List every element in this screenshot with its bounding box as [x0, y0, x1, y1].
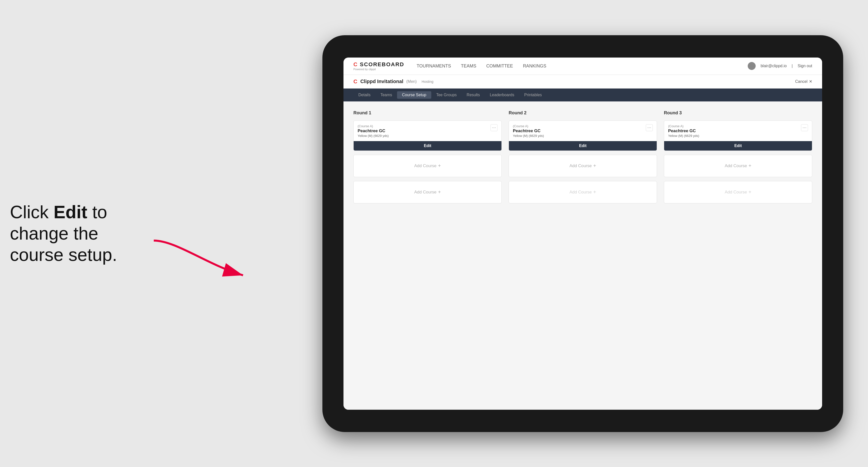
round-1-add-icon-2: +	[438, 189, 441, 195]
round-2-course-name: Peachtree GC	[513, 128, 544, 133]
round-1-course-info: (Course A) Peachtree GC Yellow (M) (6629…	[358, 124, 389, 138]
arrow-container	[139, 236, 250, 285]
round-2-course-card: (Course A) Peachtree GC Yellow (M) (6629…	[509, 121, 657, 151]
tab-results[interactable]: Results	[462, 91, 485, 99]
round-1-edit-button[interactable]: Edit	[354, 141, 501, 151]
round-3-course-detail: Yellow (M) (6629 yds)	[668, 134, 699, 138]
round-3-add-course-1-label: Add Course	[725, 163, 747, 168]
logo-c-letter: C	[353, 61, 358, 67]
round-3-add-icon-2: +	[748, 189, 751, 195]
round-3-course-name: Peachtree GC	[668, 128, 699, 133]
round-1-course-name: Peachtree GC	[358, 128, 389, 133]
round-3-edit-button[interactable]: Edit	[664, 141, 812, 151]
cancel-button[interactable]: Cancel ✕	[795, 79, 812, 84]
round-2-add-course-1-label: Add Course	[569, 163, 592, 168]
round-2-card-header: (Course A) Peachtree GC Yellow (M) (6629…	[509, 121, 657, 141]
tab-teams[interactable]: Teams	[375, 91, 397, 99]
round-1-add-course-1[interactable]: Add Course +	[353, 155, 502, 177]
separator: |	[792, 64, 793, 68]
top-nav-right: blair@clippd.io | Sign out	[748, 62, 812, 70]
round-2-course-label: (Course A)	[513, 124, 544, 128]
top-nav: C SCOREBOARD Powered by clippd TOURNAMEN…	[343, 58, 822, 75]
cancel-x-icon: ✕	[809, 79, 812, 84]
round-2-add-course-2-label: Add Course	[569, 190, 592, 195]
tab-details[interactable]: Details	[353, 91, 375, 99]
nav-rankings[interactable]: RANKINGS	[523, 62, 546, 70]
app-logo: C SCOREBOARD	[353, 61, 404, 68]
round-1-title: Round 1	[353, 111, 502, 116]
round-1-add-course-2[interactable]: Add Course +	[353, 181, 502, 204]
user-avatar	[748, 62, 756, 70]
round-2-column: Round 2 (Course A) Peachtree GC Yellow (…	[509, 111, 657, 204]
sub-header: C Clippd Invitational (Men) Hosting Canc…	[343, 75, 822, 89]
tab-bar: Details Teams Course Setup Tee Groups Re…	[343, 89, 822, 101]
sub-header-left: C Clippd Invitational (Men) Hosting	[353, 79, 433, 85]
round-2-edit-button[interactable]: Edit	[509, 141, 657, 151]
round-1-add-icon-1: +	[438, 163, 441, 169]
cancel-label: Cancel	[795, 80, 807, 84]
round-1-card-menu-icon[interactable]: ⋯	[491, 124, 497, 131]
top-nav-links: TOURNAMENTS TEAMS COMMITTEE RANKINGS	[416, 62, 748, 70]
rounds-container: Round 1 (Course A) Peachtree GC Yellow (…	[353, 111, 812, 204]
logo-text: SCOREBOARD	[360, 61, 404, 67]
round-3-add-icon-1: +	[748, 163, 751, 169]
tab-tee-groups[interactable]: Tee Groups	[431, 91, 462, 99]
round-3-card-header: (Course A) Peachtree GC Yellow (M) (6629…	[664, 121, 812, 141]
round-2-card-menu-icon[interactable]: ⋯	[646, 124, 653, 131]
round-3-title: Round 3	[664, 111, 812, 116]
hosting-badge: Hosting	[422, 80, 433, 84]
nav-teams[interactable]: TEAMS	[461, 62, 476, 70]
logo-area: C SCOREBOARD Powered by clippd	[353, 61, 404, 71]
round-3-card-menu-icon[interactable]: ⋯	[801, 124, 808, 131]
sign-out-link[interactable]: Sign out	[798, 64, 812, 68]
round-2-course-detail: Yellow (M) (6629 yds)	[513, 134, 544, 138]
user-email: blair@clippd.io	[761, 64, 787, 68]
round-3-add-course-2-label: Add Course	[725, 190, 747, 195]
round-1-card-header: (Course A) Peachtree GC Yellow (M) (6629…	[354, 121, 501, 141]
tournament-name: Clippd Invitational	[360, 79, 403, 84]
tablet-screen: C SCOREBOARD Powered by clippd TOURNAMEN…	[343, 58, 822, 410]
nav-tournaments[interactable]: TOURNAMENTS	[416, 62, 451, 70]
instruction-bold: Edit	[54, 202, 87, 222]
tab-course-setup[interactable]: Course Setup	[397, 91, 431, 99]
round-2-add-icon-1: +	[593, 163, 596, 169]
tablet-shell: C SCOREBOARD Powered by clippd TOURNAMEN…	[322, 35, 843, 432]
round-3-course-card: (Course A) Peachtree GC Yellow (M) (6629…	[664, 121, 812, 151]
round-3-column: Round 3 (Course A) Peachtree GC Yellow (…	[664, 111, 812, 204]
round-2-title: Round 2	[509, 111, 657, 116]
round-1-add-course-2-label: Add Course	[414, 190, 436, 195]
round-1-add-course-1-label: Add Course	[414, 163, 436, 168]
round-2-add-course-2: Add Course +	[509, 181, 657, 204]
round-2-course-info: (Course A) Peachtree GC Yellow (M) (6629…	[513, 124, 544, 138]
round-1-course-label: (Course A)	[358, 124, 389, 128]
round-1-course-card: (Course A) Peachtree GC Yellow (M) (6629…	[353, 121, 502, 151]
round-2-add-course-1[interactable]: Add Course +	[509, 155, 657, 177]
round-2-add-icon-2: +	[593, 189, 596, 195]
round-1-column: Round 1 (Course A) Peachtree GC Yellow (…	[353, 111, 502, 204]
nav-committee[interactable]: COMMITTEE	[486, 62, 513, 70]
content-area: Round 1 (Course A) Peachtree GC Yellow (…	[343, 101, 822, 410]
tab-printables[interactable]: Printables	[519, 91, 547, 99]
clippd-logo-icon: C	[353, 79, 358, 85]
round-3-course-label: (Course A)	[668, 124, 699, 128]
round-3-add-course-2: Add Course +	[664, 181, 812, 204]
arrow-icon	[139, 236, 250, 285]
instruction-text: Click Edit tochange thecourse setup.	[10, 201, 117, 266]
tournament-gender: (Men)	[406, 80, 416, 84]
round-3-add-course-1[interactable]: Add Course +	[664, 155, 812, 177]
tab-leaderboards[interactable]: Leaderboards	[485, 91, 519, 99]
round-3-course-info: (Course A) Peachtree GC Yellow (M) (6629…	[668, 124, 699, 138]
round-1-course-detail: Yellow (M) (6629 yds)	[358, 134, 389, 138]
logo-subtitle: Powered by clippd	[353, 68, 404, 71]
